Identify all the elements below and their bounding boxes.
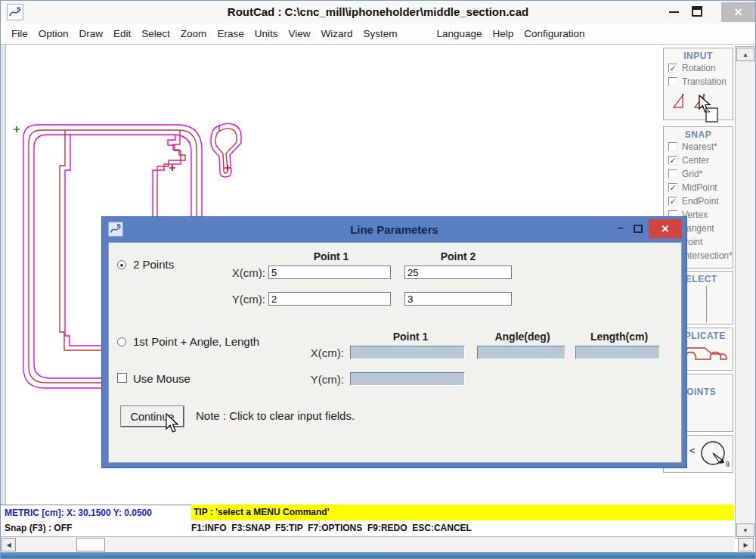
- point1b-y-input-disabled: [350, 372, 465, 386]
- menu-item-draw[interactable]: Draw: [79, 28, 104, 39]
- menu-item-wizard[interactable]: Wizard: [321, 28, 352, 39]
- use-mouse-label: Use Mouse: [133, 372, 191, 385]
- point2-y-input[interactable]: [404, 292, 512, 306]
- menu-item-configuration[interactable]: Configuration: [524, 28, 584, 39]
- checkbox-rotation[interactable]: ✓ Rotation: [664, 61, 733, 75]
- menu-item-units[interactable]: Units: [255, 28, 278, 39]
- menu-item-select[interactable]: Select: [141, 28, 170, 39]
- dialog-maximize-icon[interactable]: [634, 225, 643, 233]
- length-input-disabled: [575, 346, 660, 359]
- snap-status: Snap (F3) : OFF: [5, 523, 72, 533]
- point1-y-input[interactable]: [268, 292, 391, 306]
- dialog-note: Note : Click to clear input fields.: [196, 409, 355, 422]
- window-bottom-border: [1, 552, 756, 559]
- checkbox-endpoint[interactable]: ✓ EndPoint: [664, 194, 733, 208]
- menu-item-edit[interactable]: Edit: [113, 28, 131, 39]
- function-key-hints: F1:INFO F3:SNAP F5:TIP F7:OPTIONS F9:RED…: [191, 523, 472, 533]
- radio-angle-length-label: 1st Point + Angle, Length: [133, 335, 259, 348]
- point1-x-input[interactable]: [268, 266, 391, 279]
- scroll-down-button[interactable]: ▼: [736, 523, 754, 537]
- angle-circle-icon[interactable]: θ: [697, 437, 732, 472]
- menu-item-system[interactable]: System: [363, 28, 397, 39]
- use-mouse-checkbox[interactable]: [117, 373, 127, 383]
- menu-item-option[interactable]: Option: [39, 28, 69, 39]
- minimize-icon[interactable]: [669, 11, 679, 13]
- menu-item-language[interactable]: Language: [436, 28, 482, 39]
- center-checkbox[interactable]: ✓: [668, 156, 677, 165]
- y-label-2: Y(cm):: [268, 373, 344, 386]
- grid-checkbox[interactable]: [668, 169, 677, 179]
- scroll-up-button[interactable]: ▲: [736, 48, 754, 61]
- dialog-title: Line Parameters: [102, 217, 686, 242]
- scroll-left-button[interactable]: ◀: [2, 538, 16, 551]
- radio-angle-length[interactable]: [117, 337, 126, 346]
- status-row-snap: Snap (F3) : OFF F1:INFO F3:SNAP F5:TIP F…: [1, 520, 734, 536]
- x-label-2: X(cm):: [268, 346, 344, 359]
- dialog-title-bar[interactable]: R Line Parameters – ✕: [102, 217, 686, 242]
- snap-panel-title: SNAP: [664, 127, 733, 140]
- menu-item-view[interactable]: View: [288, 28, 310, 39]
- nearest-checkbox[interactable]: [668, 142, 677, 151]
- point1-header: Point 1: [278, 250, 384, 262]
- vertical-scrollbar[interactable]: ▲ ▼: [735, 46, 756, 539]
- point1b-header: Point 1: [358, 331, 463, 343]
- routcad-window: R RoutCad : C:\cnc_mill\iphoneholder\mid…: [0, 0, 756, 559]
- checkbox-nearest[interactable]: Nearest*: [664, 140, 733, 154]
- checkbox-center[interactable]: ✓ Center: [664, 154, 733, 167]
- horizontal-scroll-thumb[interactable]: [76, 538, 105, 551]
- dialog-body: ● 2 Points Point 1 Point 2 X(cm): Y(cm):…: [108, 242, 682, 463]
- radio-2-points-label: 2 Points: [133, 258, 174, 271]
- tip-message: TIP : 'select a MENU Command': [191, 505, 734, 520]
- svg-text:θ: θ: [726, 461, 730, 468]
- scroll-right-button[interactable]: ▶: [738, 538, 754, 551]
- input-panel-title: INPUT: [664, 48, 733, 61]
- point2-x-input[interactable]: [404, 266, 512, 279]
- origin-point-marker: [14, 126, 20, 132]
- dialog-minimize-icon[interactable]: –: [613, 217, 628, 240]
- angle-input-disabled: [477, 346, 565, 359]
- menu-item-erase[interactable]: Erase: [217, 28, 243, 39]
- endpoint-checkbox[interactable]: ✓: [668, 197, 677, 206]
- checkbox-grid[interactable]: Grid*: [664, 167, 733, 181]
- line-parameters-dialog: R Line Parameters – ✕ ● 2 Points Point 1…: [101, 216, 687, 468]
- point2-header: Point 2: [405, 250, 511, 262]
- menu-item-help[interactable]: Help: [493, 28, 514, 39]
- chevron-left-icon: <: [689, 445, 696, 456]
- menu-item-file[interactable]: File: [11, 28, 28, 39]
- title-bar: R RoutCad : C:\cnc_mill\iphoneholder\mid…: [1, 1, 755, 23]
- checkbox-translation[interactable]: Translation: [664, 75, 733, 89]
- y-label: Y(cm):: [190, 293, 265, 306]
- dialog-close-button[interactable]: ✕: [649, 219, 682, 238]
- mouse-cursor-drag-icon: [698, 95, 723, 125]
- radio-2-points[interactable]: ●: [117, 260, 126, 269]
- horizontal-scrollbar[interactable]: ◀: [1, 536, 734, 552]
- length-header: Length(cm): [566, 331, 672, 343]
- mouse-cursor: [165, 413, 181, 434]
- maximize-icon[interactable]: [692, 6, 702, 17]
- rotation-checkbox[interactable]: ✓: [668, 64, 677, 73]
- menu-item-zoom[interactable]: Zoom: [181, 28, 207, 39]
- angle-header: Angle(deg): [469, 331, 575, 343]
- menu-bar: File Option Draw Edit Select Zoom Erase …: [1, 23, 755, 45]
- rotate-tool-icon[interactable]: [671, 92, 685, 109]
- close-button[interactable]: ✕: [721, 2, 755, 22]
- point1b-x-input-disabled: [350, 346, 465, 359]
- panel-divider: [706, 286, 707, 322]
- midpoint-checkbox[interactable]: ✓: [668, 183, 677, 192]
- metric-coordinates: METRIC [cm]: X: 30.1500 Y: 0.0500: [5, 508, 152, 518]
- checkbox-midpoint[interactable]: ✓ MidPoint: [664, 181, 733, 194]
- x-label: X(cm):: [190, 266, 265, 279]
- translation-checkbox[interactable]: [668, 77, 677, 86]
- window-title: RoutCad : C:\cnc_mill\iphoneholder\middl…: [1, 1, 755, 23]
